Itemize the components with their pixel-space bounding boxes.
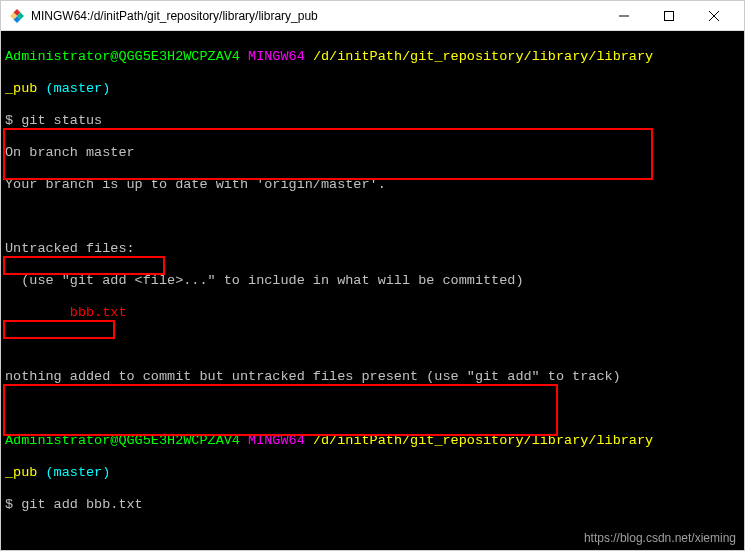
mingw-icon (9, 8, 25, 24)
output-line: Your branch is up to date with 'origin/m… (5, 177, 740, 193)
prompt-line: Administrator@QGG5E3H2WCPZAV4 MINGW64 /d… (5, 433, 740, 449)
command-line: $ git status (5, 113, 740, 129)
window-title: MINGW64:/d/initPath/git_repository/libra… (31, 9, 601, 23)
prompt-line: Administrator@QGG5E3H2WCPZAV4 MINGW64 /d… (5, 49, 740, 65)
svg-rect-6 (664, 11, 673, 20)
window-titlebar: MINGW64:/d/initPath/git_repository/libra… (1, 1, 744, 31)
terminal-area[interactable]: Administrator@QGG5E3H2WCPZAV4 MINGW64 /d… (1, 31, 744, 550)
output-line: nothing added to commit but untracked fi… (5, 369, 740, 385)
output-line: Untracked files: (5, 241, 740, 257)
minimize-button[interactable] (601, 2, 646, 30)
output-line: (use "git add <file>..." to include in w… (5, 273, 740, 289)
prompt-line: _pub (master) (5, 465, 740, 481)
command-line: $ git add bbb.txt (5, 497, 740, 513)
prompt-line: _pub (master) (5, 81, 740, 97)
blank-line (5, 209, 740, 225)
blank-line (5, 401, 740, 417)
blank-line (5, 337, 740, 353)
window-controls (601, 2, 736, 30)
close-button[interactable] (691, 2, 736, 30)
maximize-button[interactable] (646, 2, 691, 30)
untracked-file: bbb.txt (5, 305, 740, 321)
output-line: On branch master (5, 145, 740, 161)
blank-line (5, 529, 740, 545)
